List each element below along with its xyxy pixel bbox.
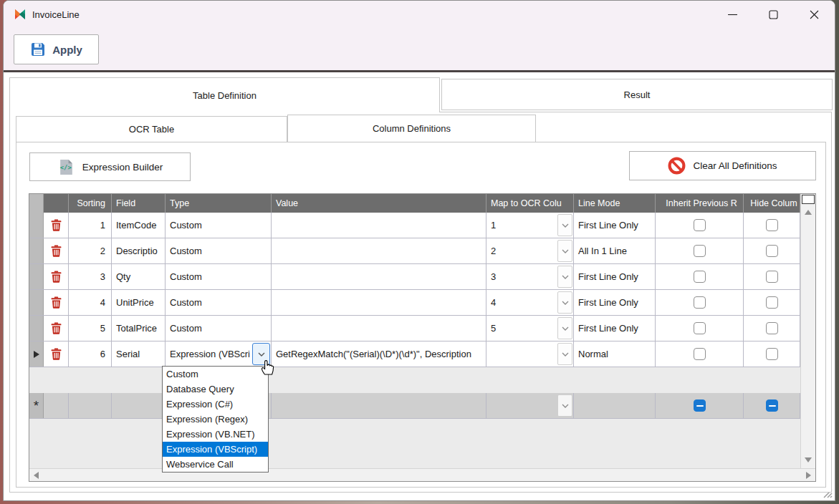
- dropdown-option[interactable]: Expression (VB.NET): [163, 427, 268, 442]
- header-map-to-ocr-column[interactable]: Map to OCR Colu: [486, 194, 574, 213]
- new-table-row[interactable]: *: [29, 393, 800, 419]
- cell-value[interactable]: [272, 316, 486, 341]
- new-cell-hide-column[interactable]: [744, 393, 800, 418]
- cell-field[interactable]: Descriptio: [112, 238, 166, 263]
- cell-value[interactable]: [272, 290, 486, 315]
- cell-hide-column[interactable]: [744, 213, 800, 238]
- cell-sorting[interactable]: 4: [69, 290, 112, 315]
- hide-checkbox[interactable]: [766, 219, 778, 231]
- cell-sorting[interactable]: 5: [69, 316, 112, 341]
- apply-button[interactable]: Apply: [14, 34, 99, 64]
- cell-line-mode[interactable]: All In 1 Line: [574, 238, 656, 263]
- new-cell-map-to-ocr-column[interactable]: [486, 393, 574, 418]
- cell-line-mode[interactable]: First Line Only: [574, 213, 656, 238]
- cell-line-mode[interactable]: First Line Only: [574, 264, 656, 289]
- delete-row-button[interactable]: [44, 341, 69, 367]
- cell-map-to-ocr-column[interactable]: 1: [486, 213, 574, 238]
- inherit-checkbox[interactable]: [694, 296, 706, 309]
- hide-checkbox-indeterminate[interactable]: [766, 399, 778, 412]
- cell-line-mode[interactable]: First Line Only: [574, 316, 656, 341]
- cell-sorting[interactable]: 3: [69, 264, 112, 289]
- inherit-checkbox[interactable]: [694, 245, 706, 257]
- cell-hide-column[interactable]: [744, 264, 800, 289]
- map-dropdown-button[interactable]: [557, 317, 572, 339]
- cell-hide-column[interactable]: [744, 341, 800, 367]
- inherit-checkbox[interactable]: [694, 271, 706, 283]
- cell-value[interactable]: GetRegexMatch("(Serial)(\D*)(\d*)", Desc…: [272, 341, 486, 367]
- cell-field[interactable]: Serial: [112, 341, 166, 367]
- cell-inherit-previous-row[interactable]: [656, 290, 744, 315]
- cell-map-to-ocr-column[interactable]: 5: [486, 316, 574, 341]
- cell-hide-column[interactable]: [744, 316, 800, 341]
- cell-line-mode[interactable]: First Line Only: [574, 290, 656, 315]
- dropdown-option[interactable]: Webservice Call: [163, 457, 268, 472]
- map-dropdown-button[interactable]: [557, 394, 572, 417]
- tab-ocr-table[interactable]: OCR Table: [16, 116, 287, 142]
- cell-hide-column[interactable]: [744, 290, 800, 315]
- cell-inherit-previous-row[interactable]: [656, 238, 744, 263]
- delete-row-button[interactable]: [44, 290, 69, 315]
- cell-field[interactable]: ItemCode: [112, 213, 166, 238]
- cell-field[interactable]: UnitPrice: [112, 290, 166, 315]
- hide-checkbox[interactable]: [766, 271, 778, 283]
- expression-builder-button[interactable]: </> Expression Builder: [29, 152, 191, 181]
- cell-type[interactable]: Custom: [166, 238, 272, 263]
- tab-result[interactable]: Result: [441, 79, 833, 110]
- cell-inherit-previous-row[interactable]: [656, 341, 744, 367]
- header-inherit-previous-row[interactable]: Inherit Previous R: [656, 194, 744, 213]
- title-bar[interactable]: InvoiceLine: [4, 1, 835, 28]
- cell-value[interactable]: [272, 238, 486, 263]
- scroll-down-button[interactable]: [805, 457, 812, 462]
- new-cell-field[interactable]: [112, 393, 166, 418]
- hide-checkbox[interactable]: [766, 245, 778, 257]
- cell-hide-column[interactable]: [744, 238, 800, 263]
- map-dropdown-button[interactable]: [557, 266, 572, 288]
- cell-map-to-ocr-column[interactable]: 2: [486, 238, 574, 263]
- cell-sorting[interactable]: 6: [69, 341, 112, 367]
- cell-map-to-ocr-column[interactable]: 3: [486, 264, 574, 289]
- header-type[interactable]: Type: [166, 194, 272, 213]
- cell-sorting[interactable]: 2: [69, 238, 112, 263]
- delete-row-button[interactable]: [44, 316, 69, 341]
- header-hide-column[interactable]: Hide Colum: [744, 194, 800, 213]
- tab-column-definitions[interactable]: Column Definitions: [287, 115, 536, 142]
- delete-row-button[interactable]: [44, 213, 69, 238]
- cell-map-to-ocr-column[interactable]: [486, 341, 574, 367]
- cell-type[interactable]: Custom: [166, 290, 272, 315]
- hide-checkbox[interactable]: [766, 296, 778, 309]
- inherit-checkbox[interactable]: [694, 219, 706, 231]
- delete-row-button[interactable]: [44, 264, 69, 289]
- inherit-checkbox-indeterminate[interactable]: [694, 399, 706, 412]
- clear-all-definitions-button[interactable]: Clear All Definitions: [629, 151, 816, 180]
- scroll-right-button[interactable]: [806, 472, 811, 479]
- header-field[interactable]: Field: [112, 194, 166, 213]
- new-cell-sorting[interactable]: [69, 393, 112, 418]
- hide-checkbox[interactable]: [766, 322, 778, 334]
- cell-inherit-previous-row[interactable]: [656, 213, 744, 238]
- cell-inherit-previous-row[interactable]: [656, 316, 744, 341]
- header-line-mode[interactable]: Line Mode: [574, 194, 656, 213]
- map-dropdown-button[interactable]: [557, 240, 572, 262]
- header-value[interactable]: Value: [272, 194, 486, 213]
- map-dropdown-button[interactable]: [557, 291, 572, 314]
- scroll-up-button[interactable]: [805, 210, 812, 215]
- dropdown-option[interactable]: Custom: [163, 367, 268, 382]
- new-cell-inherit-previous-row[interactable]: [656, 393, 744, 418]
- scroll-left-button[interactable]: [34, 472, 39, 479]
- close-button[interactable]: [794, 1, 835, 28]
- cell-field[interactable]: TotalPrice: [112, 316, 166, 341]
- cell-type[interactable]: Custom: [166, 264, 272, 289]
- map-dropdown-button[interactable]: [557, 343, 572, 365]
- tab-table-definition[interactable]: Table Definition: [9, 77, 440, 112]
- dropdown-option[interactable]: Database Query: [163, 382, 268, 397]
- cell-type[interactable]: Custom: [166, 316, 272, 341]
- delete-row-button[interactable]: [44, 238, 69, 263]
- cell-map-to-ocr-column[interactable]: 4: [486, 290, 574, 315]
- maximize-button[interactable]: [753, 1, 794, 28]
- cell-inherit-previous-row[interactable]: [656, 264, 744, 289]
- cell-type[interactable]: Custom: [166, 213, 272, 238]
- dropdown-option[interactable]: Expression (C#): [163, 397, 268, 412]
- cell-value[interactable]: [272, 213, 486, 238]
- dropdown-option[interactable]: Expression (Regex): [163, 412, 268, 427]
- header-sorting[interactable]: Sorting: [69, 194, 112, 213]
